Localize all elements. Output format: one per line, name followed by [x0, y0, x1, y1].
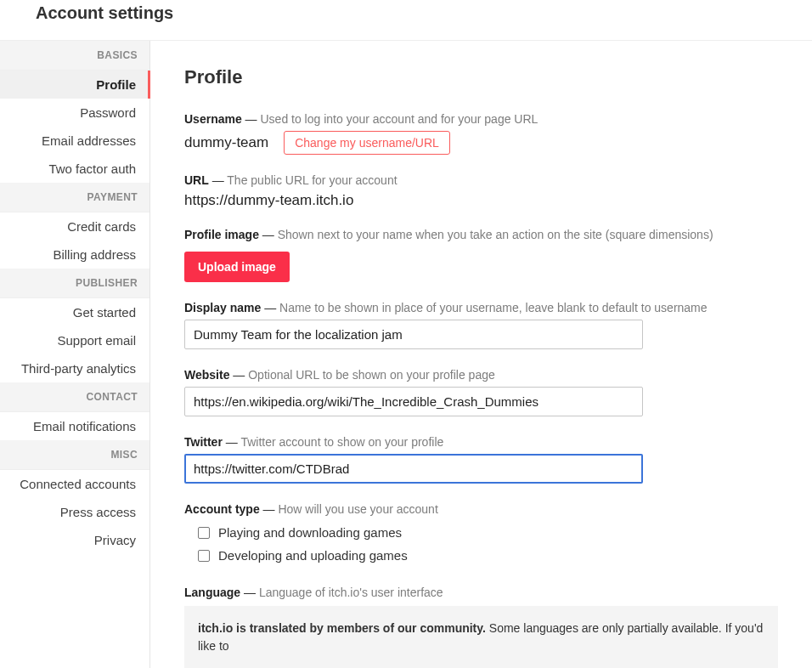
content-wrap: BASICS Profile Password Email addresses … — [0, 41, 812, 668]
sidebar-item-third-party-analytics[interactable]: Third-party analytics — [0, 354, 150, 382]
upload-image-button[interactable]: Upload image — [184, 252, 290, 282]
sidebar-item-password[interactable]: Password — [0, 99, 150, 127]
field-label-website: Website — Optional URL to be shown on yo… — [184, 368, 778, 382]
field-url: URL — The public URL for your account ht… — [184, 173, 778, 209]
field-username: Username — Used to log into your account… — [184, 112, 778, 155]
url-value: https://dummy-team.itch.io — [184, 192, 778, 209]
field-label-profile-image: Profile image — Shown next to your name … — [184, 228, 778, 241]
main-panel: Profile Username — Used to log into your… — [150, 41, 812, 668]
field-account-type: Account type — How will you use your acc… — [184, 502, 778, 567]
field-label-display-name: Display name — Name to be shown in place… — [184, 301, 778, 314]
field-display-name: Display name — Name to be shown in place… — [184, 301, 778, 349]
section-header-basics: BASICS — [0, 41, 149, 71]
section-header-contact: CONTACT — [0, 382, 149, 412]
checkbox-label: Developing and uploading games — [218, 548, 408, 563]
sidebar-item-connected-accounts[interactable]: Connected accounts — [0, 470, 150, 498]
sidebar-item-email-addresses[interactable]: Email addresses — [0, 127, 150, 155]
sidebar-item-privacy[interactable]: Privacy — [0, 526, 150, 554]
field-label-url: URL — The public URL for your account — [184, 173, 778, 187]
field-label-twitter: Twitter — Twitter account to show on you… — [184, 435, 778, 449]
field-label-account-type: Account type — How will you use your acc… — [184, 502, 778, 516]
display-name-input[interactable] — [184, 320, 643, 349]
account-type-option-playing[interactable]: Playing and downloading games — [184, 521, 778, 544]
language-note: itch.io is translated by members of our … — [184, 606, 778, 668]
field-language: Language — Language of itch.io's user in… — [184, 586, 778, 668]
sidebar-item-email-notifications[interactable]: Email notifications — [0, 412, 150, 440]
section-header-publisher: PUBLISHER — [0, 269, 149, 298]
website-input[interactable] — [184, 387, 643, 416]
sidebar-item-two-factor-auth[interactable]: Two factor auth — [0, 155, 150, 183]
sidebar-item-press-access[interactable]: Press access — [0, 498, 150, 526]
username-value: dummy-team — [184, 134, 268, 151]
account-type-option-developing[interactable]: Developing and uploading games — [184, 544, 778, 567]
field-label-language: Language — Language of itch.io's user in… — [184, 586, 778, 599]
section-header-payment: PAYMENT — [0, 183, 149, 212]
sidebar-item-billing-address[interactable]: Billing address — [0, 241, 150, 269]
change-username-button[interactable]: Change my username/URL — [284, 131, 450, 155]
checkbox-icon — [198, 550, 210, 562]
page-header: Account settings — [0, 0, 812, 41]
sidebar-item-credit-cards[interactable]: Credit cards — [0, 212, 150, 241]
field-profile-image: Profile image — Shown next to your name … — [184, 228, 778, 282]
main-title: Profile — [184, 66, 778, 88]
sidebar-item-profile[interactable]: Profile — [0, 71, 150, 99]
sidebar-item-support-email[interactable]: Support email — [0, 326, 150, 354]
checkbox-label: Playing and downloading games — [218, 525, 402, 540]
section-header-misc: MISC — [0, 440, 149, 470]
field-label-username: Username — Used to log into your account… — [184, 112, 778, 126]
checkbox-icon — [198, 527, 210, 539]
page-title: Account settings — [36, 3, 812, 23]
field-twitter: Twitter — Twitter account to show on you… — [184, 435, 778, 484]
sidebar-item-get-started[interactable]: Get started — [0, 298, 150, 326]
twitter-input[interactable] — [184, 454, 643, 484]
sidebar: BASICS Profile Password Email addresses … — [0, 41, 150, 668]
field-website: Website — Optional URL to be shown on yo… — [184, 368, 778, 416]
